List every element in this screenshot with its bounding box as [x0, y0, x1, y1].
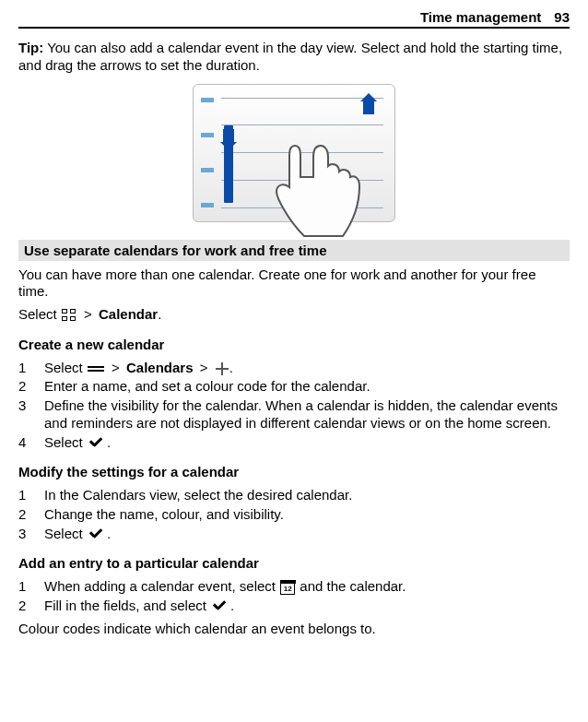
select-calendar-line: Select > Calendar. — [18, 306, 570, 324]
calendar-12-icon — [280, 581, 295, 595]
section-intro: You can have more than one calendar. Cre… — [18, 266, 570, 302]
list-item: 4 Select . — [18, 434, 570, 452]
header-page-number: 93 — [554, 9, 570, 25]
modify-heading: Modify the settings for a calendar — [18, 464, 570, 481]
list-item: 2Change the name, colour, and visibility… — [18, 506, 570, 524]
list-item: 2Enter a name, and set a colour code for… — [18, 378, 570, 396]
footer-note: Colour codes indicate which calendar an … — [18, 621, 570, 638]
list-item: 2 Fill in the fields, and select . — [18, 598, 570, 615]
check-icon — [88, 437, 106, 450]
options-icon — [88, 364, 104, 373]
list-item: 1 Select > Calendars > . — [18, 360, 570, 377]
page-header: Time management93 — [18, 9, 570, 29]
header-section: Time management — [420, 9, 541, 25]
hand-icon — [267, 136, 369, 247]
tip-label: Tip: — [18, 40, 43, 55]
modify-steps: 1In the Calendars view, select the desir… — [18, 487, 570, 542]
list-item: 3Define the visibility for the calendar.… — [18, 397, 570, 432]
day-view-illustration — [193, 84, 395, 222]
create-steps: 1 Select > Calendars > . 2Enter a name, … — [18, 360, 570, 452]
arrow-up-icon — [363, 101, 374, 114]
check-icon — [88, 528, 106, 541]
plus-icon — [216, 362, 229, 375]
list-item: 1 When adding a calendar event, select a… — [18, 578, 570, 596]
arrow-down-icon — [223, 129, 234, 142]
add-heading: Add an entry to a particular calendar — [18, 555, 570, 573]
list-item: 3 Select . — [18, 526, 570, 543]
list-item: 1In the Calendars view, select the desir… — [18, 487, 570, 504]
create-heading: Create a new calendar — [18, 337, 570, 354]
check-icon — [211, 600, 229, 613]
time-column — [201, 98, 216, 208]
menu-icon — [62, 309, 76, 322]
tip-text: You can also add a calendar event in the… — [18, 40, 562, 73]
calendar-label: Calendar — [99, 306, 158, 322]
tip-paragraph: Tip: You can also add a calendar event i… — [18, 40, 570, 75]
illustration-container — [18, 84, 570, 225]
add-steps: 1 When adding a calendar event, select a… — [18, 578, 570, 615]
